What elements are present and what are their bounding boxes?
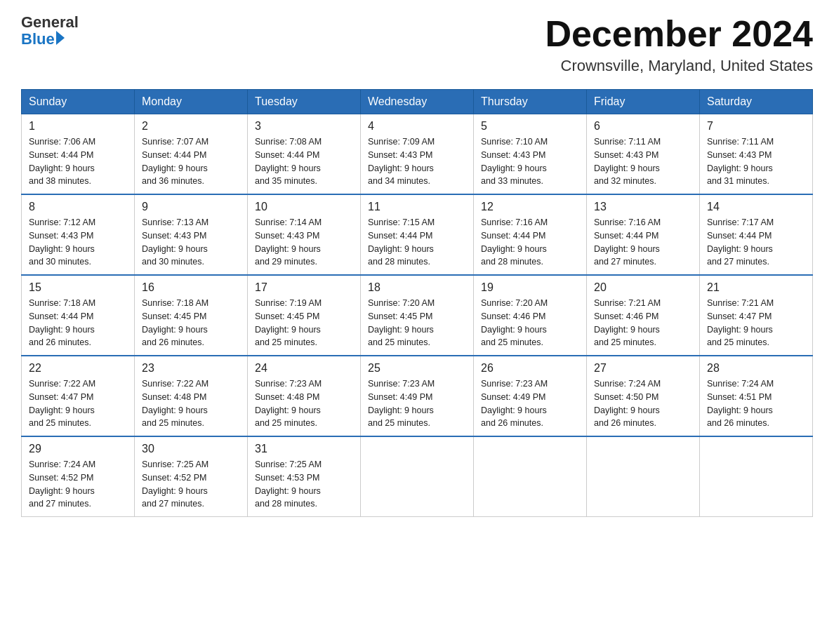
weekday-header-friday: Friday xyxy=(587,90,700,114)
daylight-label: Daylight: 9 hours xyxy=(707,405,773,415)
calendar-day-cell: 9 Sunrise: 7:13 AM Sunset: 4:43 PM Dayli… xyxy=(135,194,248,275)
sunset-label: Sunset: 4:44 PM xyxy=(481,231,545,241)
day-info: Sunrise: 7:12 AM Sunset: 4:43 PM Dayligh… xyxy=(29,216,127,269)
sunrise-label: Sunrise: 7:18 AM xyxy=(29,298,95,308)
day-info: Sunrise: 7:21 AM Sunset: 4:47 PM Dayligh… xyxy=(707,297,805,349)
calendar-day-cell: 2 Sunrise: 7:07 AM Sunset: 4:44 PM Dayli… xyxy=(135,114,248,195)
daylight-label: Daylight: 9 hours xyxy=(368,405,434,415)
daylight-minutes: and 25 minutes. xyxy=(142,418,204,428)
calendar-day-cell xyxy=(361,436,474,517)
sunrise-label: Sunrise: 7:15 AM xyxy=(368,217,435,227)
daylight-minutes: and 25 minutes. xyxy=(255,337,317,347)
daylight-minutes: and 29 minutes. xyxy=(255,257,317,267)
calendar-day-cell: 1 Sunrise: 7:06 AM Sunset: 4:44 PM Dayli… xyxy=(22,114,135,195)
sunset-label: Sunset: 4:53 PM xyxy=(255,473,319,483)
day-info: Sunrise: 7:07 AM Sunset: 4:44 PM Dayligh… xyxy=(142,135,240,188)
daylight-minutes: and 33 minutes. xyxy=(481,176,543,186)
sunset-label: Sunset: 4:45 PM xyxy=(142,311,206,321)
calendar-day-cell: 8 Sunrise: 7:12 AM Sunset: 4:43 PM Dayli… xyxy=(22,194,135,275)
day-info: Sunrise: 7:20 AM Sunset: 4:45 PM Dayligh… xyxy=(368,297,466,349)
day-info: Sunrise: 7:19 AM Sunset: 4:45 PM Dayligh… xyxy=(255,297,353,349)
calendar-day-cell: 14 Sunrise: 7:17 AM Sunset: 4:44 PM Dayl… xyxy=(700,194,813,275)
day-number: 18 xyxy=(368,281,466,294)
sunset-label: Sunset: 4:43 PM xyxy=(368,150,432,160)
title-block: December 2024 Crownsville, Maryland, Uni… xyxy=(545,14,813,75)
daylight-label: Daylight: 9 hours xyxy=(481,325,547,335)
day-info: Sunrise: 7:25 AM Sunset: 4:52 PM Dayligh… xyxy=(142,458,240,511)
sunrise-label: Sunrise: 7:20 AM xyxy=(368,298,435,308)
logo-text-general: General xyxy=(21,14,79,31)
daylight-label: Daylight: 9 hours xyxy=(142,244,208,254)
day-number: 24 xyxy=(255,362,353,375)
day-info: Sunrise: 7:23 AM Sunset: 4:49 PM Dayligh… xyxy=(368,377,466,430)
sunrise-label: Sunrise: 7:21 AM xyxy=(707,298,774,308)
daylight-label: Daylight: 9 hours xyxy=(594,244,660,254)
weekday-header-monday: Monday xyxy=(135,90,248,114)
day-info: Sunrise: 7:22 AM Sunset: 4:47 PM Dayligh… xyxy=(29,377,127,430)
location-subtitle: Crownsville, Maryland, United States xyxy=(545,57,813,75)
daylight-minutes: and 25 minutes. xyxy=(368,418,430,428)
calendar-day-cell: 4 Sunrise: 7:09 AM Sunset: 4:43 PM Dayli… xyxy=(361,114,474,195)
daylight-minutes: and 36 minutes. xyxy=(142,176,204,186)
calendar-day-cell: 29 Sunrise: 7:24 AM Sunset: 4:52 PM Dayl… xyxy=(22,436,135,517)
sunrise-label: Sunrise: 7:14 AM xyxy=(255,217,322,227)
day-info: Sunrise: 7:24 AM Sunset: 4:50 PM Dayligh… xyxy=(594,377,692,430)
calendar-day-cell: 12 Sunrise: 7:16 AM Sunset: 4:44 PM Dayl… xyxy=(474,194,587,275)
calendar-day-cell: 3 Sunrise: 7:08 AM Sunset: 4:44 PM Dayli… xyxy=(248,114,361,195)
day-info: Sunrise: 7:06 AM Sunset: 4:44 PM Dayligh… xyxy=(29,135,127,188)
sunrise-label: Sunrise: 7:23 AM xyxy=(255,379,322,389)
sunset-label: Sunset: 4:47 PM xyxy=(707,311,772,321)
calendar-day-cell: 20 Sunrise: 7:21 AM Sunset: 4:46 PM Dayl… xyxy=(587,275,700,356)
sunrise-label: Sunrise: 7:20 AM xyxy=(481,298,548,308)
sunset-label: Sunset: 4:43 PM xyxy=(594,150,658,160)
sunrise-label: Sunrise: 7:25 AM xyxy=(142,459,208,469)
daylight-minutes: and 26 minutes. xyxy=(481,418,543,428)
daylight-minutes: and 30 minutes. xyxy=(29,257,91,267)
page-header: General Blue December 2024 Crownsville, … xyxy=(21,14,813,75)
day-number: 1 xyxy=(29,120,127,133)
day-number: 29 xyxy=(29,443,127,455)
sunset-label: Sunset: 4:44 PM xyxy=(29,311,93,321)
day-number: 26 xyxy=(481,362,579,375)
sunset-label: Sunset: 4:44 PM xyxy=(368,231,432,241)
calendar-day-cell: 30 Sunrise: 7:25 AM Sunset: 4:52 PM Dayl… xyxy=(135,436,248,517)
day-info: Sunrise: 7:13 AM Sunset: 4:43 PM Dayligh… xyxy=(142,216,240,269)
sunrise-label: Sunrise: 7:19 AM xyxy=(255,298,322,308)
daylight-minutes: and 28 minutes. xyxy=(481,257,543,267)
day-info: Sunrise: 7:09 AM Sunset: 4:43 PM Dayligh… xyxy=(368,135,466,188)
calendar-day-cell: 31 Sunrise: 7:25 AM Sunset: 4:53 PM Dayl… xyxy=(248,436,361,517)
sunrise-label: Sunrise: 7:11 AM xyxy=(707,137,774,147)
calendar-day-cell: 13 Sunrise: 7:16 AM Sunset: 4:44 PM Dayl… xyxy=(587,194,700,275)
daylight-label: Daylight: 9 hours xyxy=(29,244,95,254)
calendar-day-cell: 16 Sunrise: 7:18 AM Sunset: 4:45 PM Dayl… xyxy=(135,275,248,356)
sunrise-label: Sunrise: 7:16 AM xyxy=(594,217,661,227)
weekday-header-row: SundayMondayTuesdayWednesdayThursdayFrid… xyxy=(22,90,813,114)
day-number: 19 xyxy=(481,281,579,294)
day-number: 21 xyxy=(707,281,805,294)
day-number: 14 xyxy=(707,201,805,213)
calendar-week-row: 15 Sunrise: 7:18 AM Sunset: 4:44 PM Dayl… xyxy=(22,275,813,356)
day-number: 12 xyxy=(481,201,579,213)
daylight-minutes: and 26 minutes. xyxy=(142,337,204,347)
daylight-label: Daylight: 9 hours xyxy=(255,163,321,173)
calendar-day-cell: 17 Sunrise: 7:19 AM Sunset: 4:45 PM Dayl… xyxy=(248,275,361,356)
calendar-day-cell: 21 Sunrise: 7:21 AM Sunset: 4:47 PM Dayl… xyxy=(700,275,813,356)
sunrise-label: Sunrise: 7:23 AM xyxy=(481,379,548,389)
daylight-label: Daylight: 9 hours xyxy=(707,163,773,173)
sunset-label: Sunset: 4:44 PM xyxy=(255,150,319,160)
daylight-label: Daylight: 9 hours xyxy=(255,486,321,496)
day-info: Sunrise: 7:24 AM Sunset: 4:51 PM Dayligh… xyxy=(707,377,805,430)
sunrise-label: Sunrise: 7:24 AM xyxy=(594,379,661,389)
sunrise-label: Sunrise: 7:06 AM xyxy=(29,137,95,147)
daylight-label: Daylight: 9 hours xyxy=(594,405,660,415)
calendar-day-cell: 10 Sunrise: 7:14 AM Sunset: 4:43 PM Dayl… xyxy=(248,194,361,275)
daylight-minutes: and 26 minutes. xyxy=(29,337,91,347)
calendar-day-cell: 11 Sunrise: 7:15 AM Sunset: 4:44 PM Dayl… xyxy=(361,194,474,275)
sunrise-label: Sunrise: 7:24 AM xyxy=(29,459,95,469)
day-number: 9 xyxy=(142,201,240,213)
daylight-label: Daylight: 9 hours xyxy=(29,486,95,496)
daylight-label: Daylight: 9 hours xyxy=(29,163,95,173)
daylight-minutes: and 25 minutes. xyxy=(255,418,317,428)
day-number: 11 xyxy=(368,201,466,213)
sunrise-label: Sunrise: 7:11 AM xyxy=(594,137,661,147)
